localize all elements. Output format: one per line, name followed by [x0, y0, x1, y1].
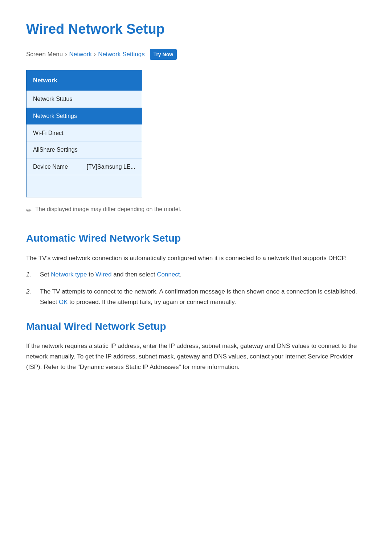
- step-1-number: 1.: [26, 270, 35, 280]
- breadcrumb-screen-menu: Screen Menu: [26, 49, 63, 59]
- step-1: 1. Set Network type to Wired and then se…: [26, 270, 366, 280]
- menu-item-label: Device Name: [33, 162, 68, 172]
- breadcrumb-sep-1: ›: [65, 50, 67, 59]
- step-1-connect: Connect: [157, 271, 180, 278]
- breadcrumb: Screen Menu › Network › Network Settings…: [26, 49, 366, 60]
- menu-item-network-status[interactable]: Network Status: [26, 91, 142, 108]
- page-title: Wired Network Setup: [26, 18, 366, 40]
- note-section: ✏ The displayed image may differ dependi…: [26, 205, 366, 216]
- menu-item-network-settings[interactable]: Network Settings: [26, 108, 142, 125]
- step-1-text: Set Network type to Wired and then selec…: [40, 270, 366, 280]
- automatic-section-intro: The TV's wired network connection is aut…: [26, 253, 366, 264]
- menu-item-value: [TV]Samsung LE...: [87, 162, 135, 172]
- step-2-ok: OK: [59, 299, 68, 305]
- step-2-text: The TV attempts to connect to the networ…: [40, 287, 366, 308]
- manual-section-title: Manual Wired Network Setup: [26, 319, 366, 335]
- automatic-section: Automatic Wired Network Setup The TV's w…: [26, 230, 366, 307]
- note-text: The displayed image may differ depending…: [35, 205, 181, 214]
- try-now-badge[interactable]: Try Now: [150, 49, 177, 60]
- network-menu-panel: Network Network Status Network Settings …: [26, 70, 142, 197]
- menu-item-allshare-settings[interactable]: AllShare Settings: [26, 141, 142, 159]
- step-1-network-type: Network type: [51, 271, 87, 278]
- menu-item-wifi-direct[interactable]: Wi-Fi Direct: [26, 125, 142, 142]
- automatic-section-title: Automatic Wired Network Setup: [26, 230, 366, 247]
- breadcrumb-network[interactable]: Network: [69, 49, 91, 59]
- step-1-wired: Wired: [95, 271, 111, 278]
- menu-item-device-name[interactable]: Device Name [TV]Samsung LE...: [26, 159, 142, 176]
- step-2-number: 2.: [26, 287, 35, 297]
- menu-item-label: AllShare Settings: [33, 147, 78, 153]
- menu-panel-header: Network: [26, 70, 142, 91]
- menu-spacer: [26, 175, 142, 197]
- breadcrumb-sep-2: ›: [94, 50, 96, 59]
- menu-item-label: Wi-Fi Direct: [33, 130, 64, 136]
- step-2: 2. The TV attempts to connect to the net…: [26, 287, 366, 308]
- automatic-steps-list: 1. Set Network type to Wired and then se…: [26, 270, 366, 308]
- pencil-icon: ✏: [26, 205, 32, 216]
- manual-section: Manual Wired Network Setup If the networ…: [26, 319, 366, 373]
- menu-item-label: Network Settings: [33, 113, 77, 119]
- breadcrumb-network-settings[interactable]: Network Settings: [98, 49, 145, 59]
- manual-section-body: If the network requires a static IP addr…: [26, 341, 366, 373]
- menu-item-label: Network Status: [33, 96, 72, 102]
